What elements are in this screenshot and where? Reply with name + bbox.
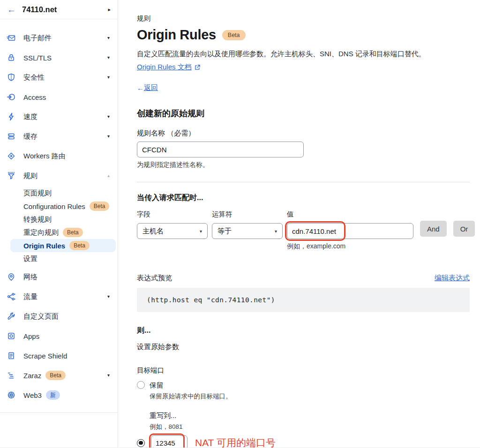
rewrite-label: 重写到...	[150, 411, 470, 420]
sidebar-item-custom-pages[interactable]: 自定义页面	[0, 306, 118, 326]
sidebar-item-label: Origin Rules	[23, 242, 65, 250]
chevron-down-icon[interactable]: ▾	[107, 373, 110, 378]
back-arrow-icon[interactable]: ←	[7, 5, 16, 14]
sidebar-item-configuration-rules[interactable]: Configuration Rules Beta	[23, 200, 115, 213]
web3-wheel-icon	[6, 390, 16, 400]
sidebar-item-label: Apps	[23, 332, 110, 340]
email-icon	[6, 33, 16, 43]
sidebar-nav: 电子邮件 ▾ SSL/TLS ▾ 安全性 ▾ Access	[0, 19, 118, 405]
sidebar-item-speed[interactable]: 速度 ▾	[0, 107, 118, 127]
rewrite-option: 重写到... 例如，8081 NAT 可用的端口号	[137, 411, 470, 448]
access-icon	[6, 92, 16, 102]
lightning-icon	[6, 112, 16, 122]
field-select[interactable]: 主机名 ▾	[137, 223, 208, 239]
sidebar-item-traffic[interactable]: 流量 ▾	[0, 287, 118, 306]
sidebar-item-label: SSL/TLS	[23, 54, 107, 62]
beta-badge: Beta	[90, 202, 110, 211]
annotation-text: NAT 可用的端口号	[195, 436, 276, 448]
sidebar-item-zaraz[interactable]: Zaraz Beta ▾	[0, 366, 118, 385]
expression-preview-label: 表达式预览	[137, 274, 172, 283]
chevron-down-icon[interactable]: ▾	[107, 55, 110, 60]
sidebar-item-workers-routes[interactable]: Workers 路由	[0, 146, 118, 166]
rule-name-help: 为规则指定描述性名称。	[137, 161, 470, 169]
beta-badge: Beta	[45, 371, 66, 380]
value-label: 值	[287, 210, 413, 219]
edit-expression-link[interactable]: 编辑表达式	[435, 274, 470, 283]
back-link[interactable]: 返回	[144, 83, 158, 92]
share-network-icon	[6, 291, 16, 302]
chevron-down-icon[interactable]: ▾	[107, 36, 110, 40]
external-link-icon[interactable]	[195, 65, 200, 70]
sidebar-item-label: Web3 新	[23, 390, 110, 400]
chevron-down-icon: ▾	[200, 229, 202, 234]
preserve-radio[interactable]	[137, 381, 145, 389]
sidebar-item-web3[interactable]: Web3 新	[0, 385, 118, 405]
sidebar-item-label: 规则	[23, 172, 107, 180]
rules-subnav: 页面规则 Configuration Rules Beta 转换规则 重定向规则…	[0, 186, 118, 267]
sidebar-item-apps[interactable]: Apps	[0, 326, 118, 346]
sidebar-item-label: Workers 路由	[23, 152, 110, 161]
sidebar-item-page-rules[interactable]: 页面规则	[23, 187, 115, 200]
match-heading: 当传入请求匹配时...	[137, 193, 470, 203]
sidebar-item-text: Web3	[23, 391, 42, 399]
preserve-help: 保留原始请求中的目标端口。	[150, 392, 232, 401]
document-icon	[6, 351, 16, 361]
set-params-label: 设置原始参数	[137, 343, 470, 351]
create-rule-heading: 创建新的原始规则	[137, 108, 470, 119]
back-arrow-icon: ←	[137, 84, 144, 92]
sidebar-item-label: 网络	[23, 273, 110, 282]
sidebar-item-label: 电子邮件	[23, 34, 107, 43]
port-input[interactable]	[151, 435, 188, 448]
sidebar-item-security[interactable]: 安全性 ▾	[0, 67, 118, 87]
sidebar-item-network[interactable]: 网络	[0, 267, 118, 287]
operator-select[interactable]: 等于 ▾	[212, 223, 283, 239]
rewrite-radio[interactable]	[137, 439, 145, 447]
lock-icon	[6, 52, 16, 63]
rule-name-input[interactable]	[137, 142, 304, 157]
sidebar-item-label: 速度	[23, 112, 107, 121]
sidebar-item-label: Configuration Rules	[23, 202, 85, 210]
sidebar-item-label: 自定义页面	[23, 312, 110, 321]
chevron-down-icon[interactable]: ▾	[107, 114, 110, 119]
sidebar-item-label: 缓存	[23, 132, 107, 141]
sidebar-item-text: Zaraz	[23, 372, 41, 380]
sidebar-item-rules[interactable]: 规则 ▴	[0, 166, 118, 186]
operator-select-value: 等于	[218, 227, 232, 236]
funnel-icon	[6, 171, 16, 181]
field-select-value: 主机名	[142, 227, 164, 236]
sidebar-item-label: 页面规则	[23, 189, 52, 198]
chevron-up-icon[interactable]: ▴	[107, 173, 110, 178]
sidebar-item-redirect-rules[interactable]: 重定向规则 Beta	[23, 226, 115, 239]
chevron-down-icon[interactable]: ▾	[107, 134, 110, 139]
sidebar-item-origin-rules[interactable]: Origin Rules Beta	[10, 239, 116, 252]
chevron-right-icon[interactable]: ▸	[108, 7, 111, 13]
chevron-down-icon[interactable]: ▾	[107, 75, 110, 80]
sidebar-item-label: Scrape Shield	[23, 352, 110, 360]
sidebar-item-label: 转换规则	[23, 215, 52, 224]
value-input[interactable]	[287, 223, 413, 239]
sidebar-item-transform-rules[interactable]: 转换规则	[23, 213, 115, 226]
sidebar-item-scrape-shield[interactable]: Scrape Shield	[0, 346, 118, 366]
sidebar-item-label: 设置	[23, 254, 38, 263]
zaraz-bars-icon	[6, 370, 16, 381]
and-button[interactable]: And	[420, 221, 447, 237]
sidebar-header: ← 74110.net ▸	[0, 0, 118, 19]
sidebar-item-rules-settings[interactable]: 设置	[23, 252, 115, 265]
main-content: 规则 Origin Rules Beta 自定义匹配流量的去向以及使用哪些参数。…	[118, 0, 480, 448]
cache-icon	[6, 131, 16, 142]
chevron-down-icon[interactable]: ▾	[107, 294, 110, 299]
docs-link[interactable]: Origin Rules 文档	[137, 63, 192, 72]
sidebar-item-email[interactable]: 电子邮件 ▾	[0, 28, 118, 48]
workers-diamond-icon	[6, 151, 16, 161]
sidebar-item-cache[interactable]: 缓存 ▾	[0, 127, 118, 146]
sidebar-item-access[interactable]: Access	[0, 87, 118, 107]
then-heading: 则...	[137, 326, 470, 336]
operator-label: 运算符	[212, 210, 283, 219]
sidebar-item-label: 流量	[23, 292, 107, 301]
or-button[interactable]: Or	[453, 221, 475, 237]
page-title: Origin Rules	[137, 27, 216, 43]
shield-icon	[6, 72, 16, 82]
sidebar-item-ssl-tls[interactable]: SSL/TLS ▾	[0, 48, 118, 67]
wrench-icon	[6, 311, 16, 321]
value-help: 例如，example.com	[287, 242, 413, 251]
